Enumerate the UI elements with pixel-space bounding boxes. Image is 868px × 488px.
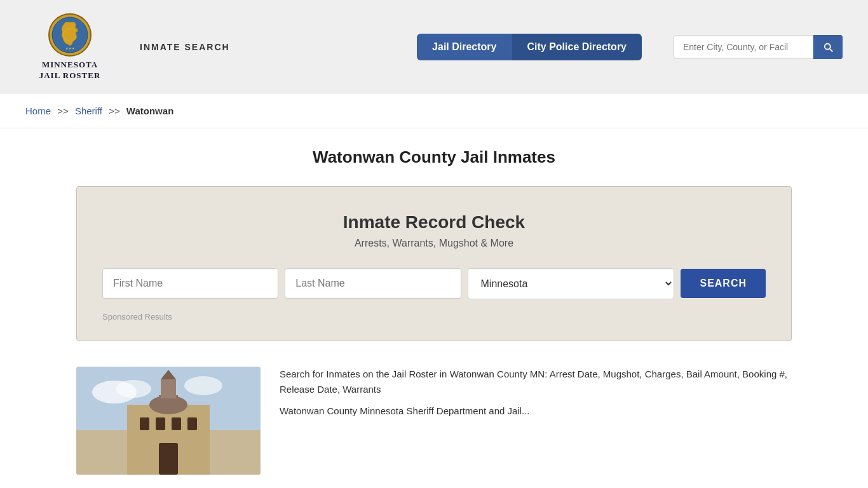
- first-name-input[interactable]: [102, 268, 278, 299]
- page-title: Watonwan County Jail Inmates: [25, 147, 843, 167]
- record-check-box: Inmate Record Check Arrests, Warrants, M…: [76, 186, 792, 341]
- page-title-area: Watonwan County Jail Inmates: [0, 128, 868, 180]
- breadcrumb-current: Watonwan: [126, 105, 173, 116]
- breadcrumb-separator-2: >>: [109, 105, 120, 116]
- breadcrumb: Home >> Sheriff >> Watonwan: [0, 94, 868, 128]
- logo-text: MINNESOTA JAIL ROSTER: [39, 60, 101, 81]
- breadcrumb-home[interactable]: Home: [25, 105, 51, 116]
- content-area: Search for Inmates on the Jail Roster in…: [0, 360, 868, 488]
- inmate-search-nav[interactable]: INMATE SEARCH: [140, 42, 230, 52]
- city-police-tab[interactable]: City Police Directory: [512, 34, 642, 60]
- svg-rect-17: [187, 417, 197, 430]
- svg-rect-12: [161, 379, 176, 398]
- state-select[interactable]: AlabamaAlaskaArizonaArkansasCaliforniaCo…: [468, 268, 675, 299]
- logo-area: ★ ★ ★ MINNESOTA JAIL ROSTER: [25, 13, 114, 81]
- record-check-subtitle: Arrests, Warrants, Mugshot & More: [102, 238, 766, 249]
- last-name-input[interactable]: [285, 268, 461, 299]
- header-search-area: [674, 35, 843, 59]
- directory-tabs: Jail Directory City Police Directory: [417, 34, 642, 60]
- svg-point-7: [116, 380, 151, 398]
- description-2: Watonwan County Minnesota Sheriff Depart…: [280, 403, 792, 419]
- inmate-search-form: AlabamaAlaskaArizonaArkansasCaliforniaCo…: [102, 268, 766, 299]
- svg-point-8: [184, 376, 222, 395]
- jail-directory-tab[interactable]: Jail Directory: [417, 34, 512, 60]
- svg-text:★ ★ ★: ★ ★ ★: [65, 47, 76, 50]
- site-logo: ★ ★ ★: [48, 13, 92, 57]
- breadcrumb-sheriff[interactable]: Sheriff: [75, 105, 102, 116]
- header-search-button[interactable]: [813, 35, 843, 59]
- site-header: ★ ★ ★ MINNESOTA JAIL ROSTER INMATE SEARC…: [0, 0, 868, 94]
- svg-rect-14: [140, 417, 149, 430]
- jail-image: [76, 367, 261, 475]
- content-text: Search for Inmates on the Jail Roster in…: [280, 367, 792, 475]
- description-1: Search for Inmates on the Jail Roster in…: [280, 367, 792, 397]
- inmate-search-button[interactable]: SEARCH: [681, 269, 766, 298]
- svg-rect-15: [156, 417, 165, 430]
- breadcrumb-separator-1: >>: [57, 105, 69, 116]
- svg-rect-18: [159, 443, 178, 475]
- search-icon: [822, 41, 834, 53]
- sponsored-results-label: Sponsored Results: [102, 312, 766, 322]
- header-search-input[interactable]: [674, 35, 813, 59]
- svg-rect-16: [172, 417, 181, 430]
- record-check-title: Inmate Record Check: [102, 212, 766, 233]
